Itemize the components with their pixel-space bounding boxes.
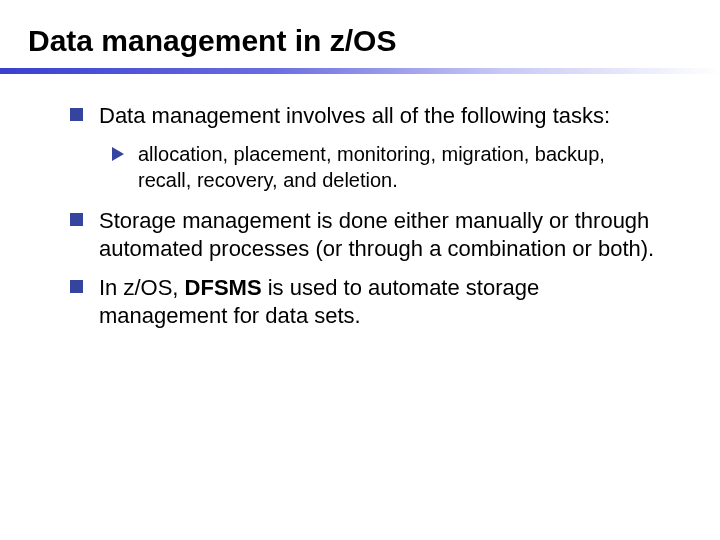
text-bold: DFSMS [185,275,262,300]
bullet-level1: Storage management is done either manual… [70,207,660,264]
slide: Data management in z/OS Data management … [0,0,720,540]
content-area: Data management involves all of the foll… [0,74,720,331]
triangle-bullet-icon [112,147,124,161]
slide-title: Data management in z/OS [28,24,720,58]
square-bullet-icon [70,280,83,293]
bullet-text: In z/OS, DFSMS is used to automate stora… [99,274,660,331]
title-area: Data management in z/OS [0,0,720,58]
bullet-text: Storage management is done either manual… [99,207,660,264]
bullet-level1: Data management involves all of the foll… [70,102,660,131]
bullet-text: Data management involves all of the foll… [99,102,610,131]
square-bullet-icon [70,108,83,121]
bullet-text: allocation, placement, monitoring, migra… [138,141,660,193]
bullet-level1: In z/OS, DFSMS is used to automate stora… [70,274,660,331]
bullet-level2: allocation, placement, monitoring, migra… [112,141,660,193]
square-bullet-icon [70,213,83,226]
text-pre: In z/OS, [99,275,185,300]
